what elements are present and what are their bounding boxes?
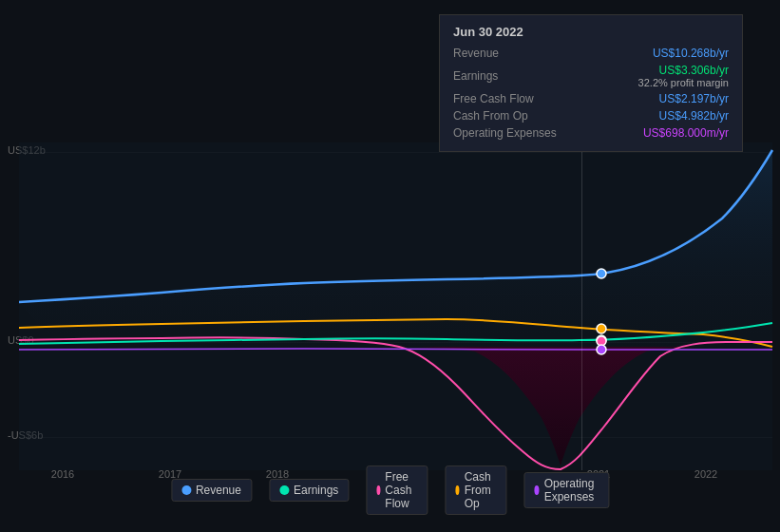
hover-line bbox=[581, 142, 582, 470]
fcf-value: US$2.197b/yr bbox=[659, 92, 729, 105]
tooltip-revenue-row: Revenue US$10.268b/yr bbox=[453, 45, 729, 62]
legend-dot-earnings bbox=[279, 485, 289, 495]
legend-label-fcf: Free Cash Flow bbox=[385, 470, 417, 510]
earnings-value: US$3.306b/yr 32.2% profit margin bbox=[638, 64, 729, 88]
legend-label-cashop: Cash From Op bbox=[465, 470, 497, 510]
svg-point-5 bbox=[597, 345, 606, 354]
legend-dot-cashop bbox=[455, 485, 459, 495]
legend-opex[interactable]: Operating Expenses bbox=[523, 472, 609, 508]
svg-point-1 bbox=[597, 269, 606, 278]
legend-fcf[interactable]: Free Cash Flow bbox=[366, 466, 428, 515]
tooltip-box: Jun 30 2022 Revenue US$10.268b/yr Earnin… bbox=[439, 14, 743, 152]
legend-cashop[interactable]: Cash From Op bbox=[445, 466, 506, 515]
legend-label-earnings: Earnings bbox=[294, 484, 338, 497]
opex-value: US$698.000m/yr bbox=[643, 126, 729, 140]
tooltip-fcf-row: Free Cash Flow US$2.197b/yr bbox=[453, 90, 729, 107]
legend-earnings[interactable]: Earnings bbox=[269, 479, 349, 502]
chart-legend: Revenue Earnings Free Cash Flow Cash Fro… bbox=[171, 466, 609, 515]
revenue-label: Revenue bbox=[453, 47, 577, 60]
revenue-value: US$10.268b/yr bbox=[653, 47, 729, 60]
tooltip-cashop-row: Cash From Op US$4.982b/yr bbox=[453, 107, 729, 124]
opex-label: Operating Expenses bbox=[453, 126, 577, 140]
earnings-label: Earnings bbox=[453, 69, 577, 83]
x-label-2022: 2022 bbox=[694, 468, 717, 480]
fcf-label: Free Cash Flow bbox=[453, 92, 577, 105]
cashop-label: Cash From Op bbox=[453, 109, 577, 123]
profit-margin: 32.2% profit margin bbox=[638, 77, 729, 88]
tooltip-earnings-row: Earnings US$3.306b/yr 32.2% profit margi… bbox=[453, 62, 729, 90]
legend-dot-revenue bbox=[181, 485, 191, 495]
legend-revenue[interactable]: Revenue bbox=[171, 479, 252, 502]
legend-dot-fcf bbox=[376, 485, 380, 495]
tooltip-date: Jun 30 2022 bbox=[453, 25, 729, 39]
svg-point-3 bbox=[597, 324, 606, 333]
tooltip-opex-row: Operating Expenses US$698.000m/yr bbox=[453, 124, 729, 142]
cashop-value: US$4.982b/yr bbox=[659, 109, 729, 123]
chart-container: Jun 30 2022 Revenue US$10.268b/yr Earnin… bbox=[0, 0, 780, 532]
legend-label-opex: Operating Expenses bbox=[544, 477, 599, 504]
x-label-2016: 2016 bbox=[51, 468, 74, 480]
chart-area bbox=[19, 142, 772, 470]
chart-svg bbox=[19, 142, 772, 470]
legend-label-revenue: Revenue bbox=[196, 484, 241, 497]
legend-dot-opex bbox=[534, 485, 539, 495]
